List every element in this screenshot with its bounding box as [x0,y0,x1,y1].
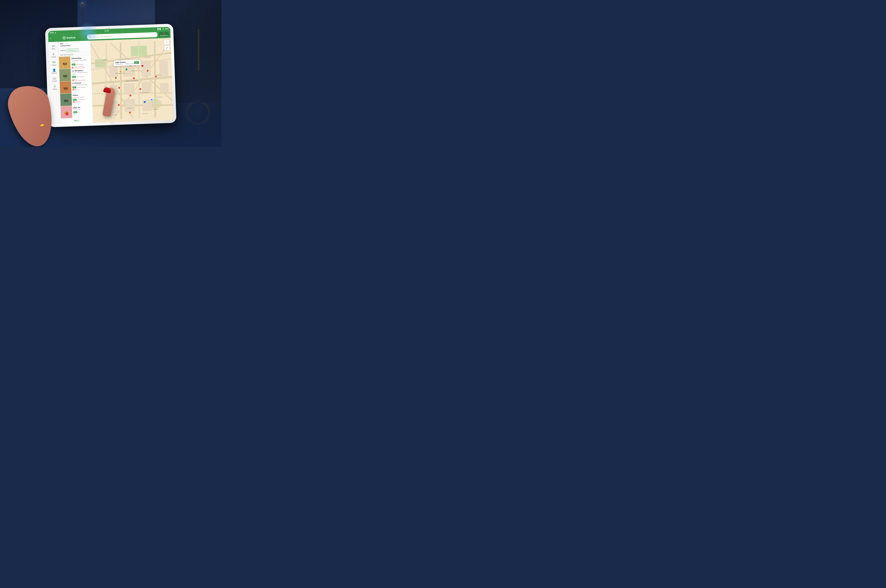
svg-point-49 [119,70,122,73]
card-address-2: 16, rue Feydeau 75002 Paris [72,71,90,76]
review-count-4: 370 reviews [77,99,85,100]
restaurant-panel: 253 restaurants Filter by Relevance ▾ [58,40,93,124]
svg-point-55 [143,101,146,103]
map-controls: ↑ ⤢ [164,40,169,51]
svg-rect-20 [141,60,151,76]
filter-value: Relevance [68,49,76,51]
card-discount-4: % -40% su... [73,100,91,103]
card-info-5: Mori Ve... 27, rue Ve... 9.0 244... M... [72,105,93,118]
svg-text:🍴: 🍴 [63,37,65,39]
carrier-label: iPad [50,32,54,34]
sidebar-item-guides[interactable]: 📖 Guides [50,75,60,83]
restaurant-card-2[interactable]: 🍽 Le Versance 16, rue Feydeau 75002 Pari… [59,68,92,81]
card-address-4: 10, rue de la Bour... [73,96,91,98]
offers-icon: 🏷 [52,44,55,48]
ipad-screen: iPad ▲ 11:07 ▌▌▌ 🔋 92% ‹ 🍴 [48,27,173,124]
discount-icon-1: % [72,67,74,69]
svg-text:Rue d'Uzès: Rue d'Uzès [156,96,162,98]
card-image-3: 🍽 [60,81,72,94]
status-right: ▌▌▌ 🔋 92% [158,28,168,30]
filter-dropdown[interactable]: Relevance ▾ [67,48,79,52]
street-light [82,4,83,21]
back-button[interactable]: ‹ [50,36,51,40]
around-me-label: Around me [160,34,168,36]
review-count-3: 1209 reviews [77,86,85,88]
battery-pct: 92% [165,28,168,30]
card-info-4: Pierre 10, rue de la Bour... 8.6 370 rev… [72,93,92,105]
svg-point-46 [146,70,149,72]
svg-point-45 [141,64,144,67]
radius-label: Radius [53,88,57,90]
sidebar-item-cuisine[interactable]: 🍽 Cuisine [49,59,59,67]
card-image-2: 🍽 [59,69,71,81]
sidebar-item-radius[interactable]: ⊙ Radius [50,83,60,91]
discount-icon-2: % [72,80,74,81]
fullscreen-button[interactable]: ⤢ [164,45,169,51]
review-count-1: 342 reviews [76,63,84,65]
svg-text:Rue Richer: Rue Richer [145,57,151,58]
svg-point-53 [139,88,141,90]
location-icon: 📍 [162,32,165,34]
card-rating-row-1: 9.0 342 reviews [72,63,90,66]
light-bulb [81,3,84,5]
logo-text: thefork [66,36,76,39]
status-time: 11:07 [105,30,109,32]
sidebar-item-budget[interactable]: € Budget [49,51,59,59]
light-glow [77,22,98,43]
wifi-icon: ▲ [54,32,56,34]
fork-icon: 🍴 [62,36,66,40]
review-count-2: 169 reviews [77,76,84,77]
svg-point-56 [117,104,120,106]
restaurant-card-4[interactable]: 🍽 Pierre 10, rue de la Bour... 8.6 370 r… [60,93,92,106]
card-address-3: 24, rue Feydeau 75002 [72,84,90,86]
svg-text:Saemes: Saemes [113,114,117,116]
svg-rect-22 [124,83,134,94]
sidebar-item-services[interactable]: 👤 Services [49,67,59,75]
svg-point-54 [129,94,132,97]
svg-rect-27 [125,99,135,112]
card-info-1: Clémentine 5, rue Saint-Marc 75002 Paris… [70,56,91,69]
guides-label: Guides [52,80,57,82]
discount-icon-3: % [72,89,74,90]
restaurant-card-1[interactable]: 🍽 Clémentine 5, rue Saint-Marc 75002 Par… [59,56,91,69]
chevron-down-icon: ▾ [77,49,77,51]
radius-icon: ⊙ [54,85,56,88]
rating-badge-2: 9.3 [72,76,76,78]
rating-badge-1: 9.0 [72,63,75,66]
svg-point-48 [125,68,128,70]
card-info-2: Le Versance 16, rue Feydeau 75002 Paris … [71,68,92,81]
compass-button[interactable]: ↑ [164,40,169,45]
cuisine-label: Cuisine [52,64,57,66]
svg-point-50 [114,76,117,79]
rating-badge-3: 9.0 [72,86,76,88]
rating-badge-4: 8.6 [73,99,77,101]
discount-icon-4: % [73,101,75,103]
card-address-5: 27, rue Ve... [73,108,91,111]
services-label: Services [51,72,57,74]
map-popup[interactable]: Café Grévin -30% sur la ... • French • 1… [113,60,141,66]
svg-text:Rue-S...: Rue-S... [104,86,108,87]
card-discount-3: % -30% [72,88,90,90]
restaurant-card-3[interactable]: 🍽 Le Dorcia 24, rue Feydeau 75002 9.0 12… [60,80,92,94]
svg-rect-25 [160,83,168,93]
budget-icon: € [53,52,54,56]
around-me-button[interactable]: 📍 Around me [159,32,169,37]
svg-point-51 [132,77,135,80]
card-cuisine-5: M... [73,113,91,115]
map-area[interactable]: Grands Boulevards Bd Poissonnière Richel… [90,38,174,123]
svg-text:Le Terroir: Le Terroir [103,59,108,60]
restaurant-card-5[interactable]: 🍓 Mori Ve... 27, rue Ve... 9.0 244... M.… [60,105,93,118]
svg-point-57 [129,111,131,114]
review-count-5: 244... [78,111,81,113]
card-rating-row-4: 8.6 370 reviews [73,98,91,101]
sidebar-item-offers[interactable]: 🏷 Offers [48,43,58,51]
svg-rect-21 [110,85,117,95]
offers-label: Offers [51,48,56,50]
svg-rect-26 [111,101,118,113]
budget-label: Budget [51,56,56,58]
more-button[interactable]: More › [61,117,93,124]
svg-text:Bio c Bon: Bio c Bon [143,113,148,114]
svg-text:La Taverne: La Taverne [127,107,132,109]
card-rating-row-5: 9.0 244... [73,111,91,113]
card-address-1: 5, rue Saint-Marc 75002 Paris [72,59,90,63]
